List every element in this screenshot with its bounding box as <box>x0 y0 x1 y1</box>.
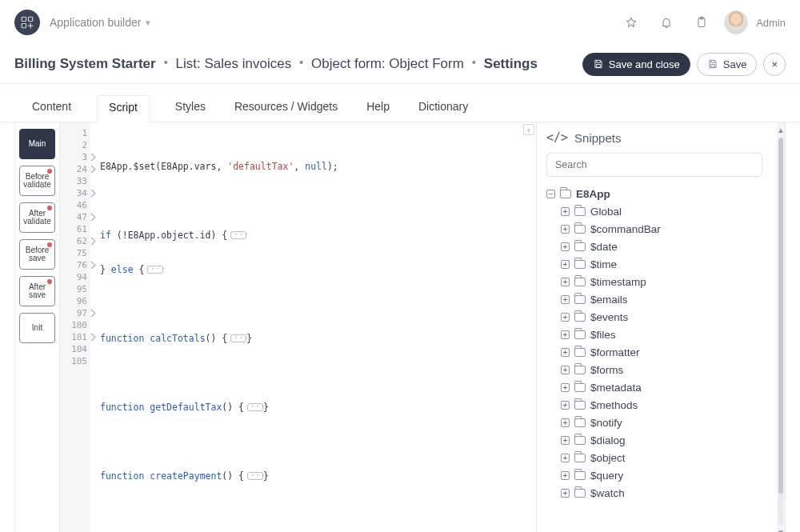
scroll-track[interactable] <box>778 138 783 525</box>
snippet-item[interactable]: $commandBar <box>561 220 762 238</box>
snippet-item[interactable]: $formatter <box>561 343 762 361</box>
folder-icon <box>574 313 586 322</box>
save-button[interactable]: Save <box>697 53 758 76</box>
code: else <box>111 264 134 275</box>
app-name-dropdown[interactable]: Application builder ▾ <box>50 16 150 29</box>
expand-icon[interactable] <box>561 207 570 216</box>
snippet-item[interactable]: $object <box>561 449 762 466</box>
expand-icon[interactable] <box>561 489 570 498</box>
snippet-item[interactable]: $files <box>561 326 762 343</box>
snippet-item[interactable]: Global <box>561 202 762 220</box>
tab-content[interactable]: Content <box>29 95 74 122</box>
fold-icon[interactable] <box>230 334 246 342</box>
snippet-item[interactable]: $query <box>561 466 762 484</box>
gutter-line: 104 <box>60 343 87 355</box>
code: if <box>100 230 111 241</box>
expand-icon[interactable] <box>561 242 570 251</box>
vertical-scrollbar[interactable]: ▲ ▼ <box>777 122 785 532</box>
scroll-thumb[interactable] <box>778 138 783 494</box>
tree-root[interactable]: E8App <box>546 185 762 202</box>
tab-styles[interactable]: Styles <box>172 95 209 122</box>
panel-collapse-icon[interactable]: ‹ <box>523 124 534 135</box>
snippet-label: $timestamp <box>590 276 646 288</box>
bell-icon[interactable] <box>654 10 679 35</box>
gutter-line: 105 <box>60 355 87 367</box>
script-tab-after-save[interactable]: After save <box>19 276 55 306</box>
clipboard-icon[interactable] <box>689 10 714 35</box>
save-and-close-button[interactable]: Save and close <box>582 53 690 76</box>
expand-icon[interactable] <box>561 260 570 269</box>
snippet-label: $files <box>590 329 616 341</box>
snippet-label: $metadata <box>590 382 642 394</box>
fold-icon[interactable] <box>147 266 163 274</box>
script-tab-before-validate[interactable]: Before validate <box>19 166 55 196</box>
star-icon[interactable] <box>618 10 644 35</box>
expand-icon[interactable] <box>561 383 570 392</box>
script-tab-before-save[interactable]: Before save <box>19 239 55 270</box>
tab-resources[interactable]: Resources / Widgets <box>231 95 341 122</box>
scroll-down-icon[interactable]: ▼ <box>777 528 785 532</box>
svg-marker-5 <box>626 18 636 27</box>
snippet-label: $methods <box>590 399 638 411</box>
tab-help[interactable]: Help <box>363 95 393 122</box>
snippet-item[interactable]: $notify <box>561 414 762 431</box>
expand-icon[interactable] <box>561 471 570 480</box>
avatar[interactable] <box>724 10 748 34</box>
svg-rect-2 <box>22 24 26 28</box>
snippet-item[interactable]: $time <box>561 255 762 273</box>
code: () { <box>222 470 244 482</box>
code: () { <box>222 402 244 413</box>
expand-icon[interactable] <box>561 313 570 322</box>
fold-icon[interactable] <box>247 403 263 411</box>
snippet-item[interactable]: $events <box>561 308 762 326</box>
script-tab-main[interactable]: Main <box>19 129 55 159</box>
expand-icon[interactable] <box>561 278 570 286</box>
expand-icon[interactable] <box>561 348 570 357</box>
crumb-3: Object form: Object Form <box>311 56 464 72</box>
folder-icon <box>574 436 586 445</box>
fold-icon[interactable] <box>247 472 263 480</box>
snippet-item[interactable]: $watch <box>561 484 762 502</box>
snippet-item[interactable]: $dialog <box>561 431 762 449</box>
tab-script[interactable]: Script <box>97 95 150 122</box>
save-and-close-label: Save and close <box>609 58 680 70</box>
expand-icon[interactable] <box>561 401 570 410</box>
expand-icon[interactable] <box>561 436 570 445</box>
script-tab-label: Before save <box>22 246 53 263</box>
crumb-sep: • <box>299 56 303 69</box>
script-tab-after-validate[interactable]: After validate <box>19 202 55 233</box>
code: 'defaultTax' <box>227 161 294 172</box>
expand-icon[interactable] <box>561 366 570 374</box>
close-button[interactable]: × <box>763 53 786 76</box>
snippet-item[interactable]: $date <box>561 238 762 255</box>
snippet-label: $dialog <box>590 434 626 446</box>
snippet-item[interactable]: $timestamp <box>561 273 762 290</box>
script-tab-label: Init <box>32 324 42 333</box>
snippet-label: $formatter <box>590 346 640 358</box>
crumb-1: Billing System Starter <box>14 56 156 72</box>
snippet-item[interactable]: $emails <box>561 290 762 308</box>
snippet-item[interactable]: $methods <box>561 396 762 414</box>
snippet-item[interactable]: $forms <box>561 361 762 378</box>
snippets-search-input[interactable] <box>546 153 762 177</box>
gutter-line: 75 <box>60 247 87 259</box>
folder-icon <box>574 225 586 234</box>
code: ); <box>327 161 338 172</box>
snippet-item[interactable]: $metadata <box>561 378 762 396</box>
expand-icon[interactable] <box>561 418 570 427</box>
code-editor[interactable]: ‹ E8App.$set(E8App.vars, 'defaultTax', n… <box>90 122 537 532</box>
collapse-icon[interactable] <box>546 190 555 198</box>
expand-icon[interactable] <box>561 454 570 462</box>
scroll-up-icon[interactable]: ▲ <box>777 126 785 134</box>
script-tab-init[interactable]: Init <box>19 313 55 343</box>
code: function <box>100 402 144 413</box>
expand-icon[interactable] <box>561 225 570 234</box>
app-logo[interactable] <box>14 10 40 35</box>
folder-icon <box>574 348 586 357</box>
tab-dictionary[interactable]: Dictionary <box>415 95 471 122</box>
code-brackets-icon: </> <box>546 130 568 145</box>
gutter-line: 76 <box>60 259 87 271</box>
expand-icon[interactable] <box>561 330 570 339</box>
expand-icon[interactable] <box>561 295 570 304</box>
fold-icon[interactable] <box>230 231 246 239</box>
